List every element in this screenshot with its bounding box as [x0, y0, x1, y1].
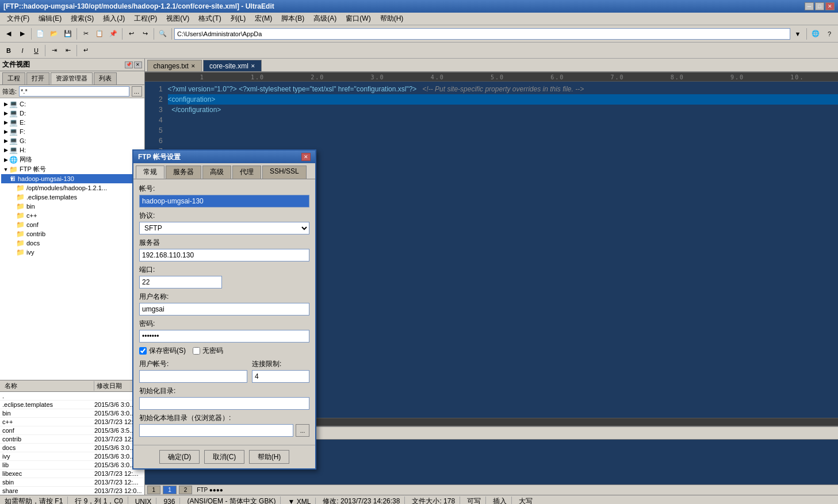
tree-item-g[interactable]: ▶ 💻 G:: [1, 136, 143, 145]
dialog-connection-limit-input[interactable]: [252, 370, 309, 383]
toolbar2-bold[interactable]: B: [2, 44, 15, 57]
tab-explorer[interactable]: 资源管理器: [51, 72, 93, 84]
tree-item-hadoop[interactable]: ▼ 🖥 hadoop-umgsai-130: [1, 174, 143, 183]
dialog-tab-advanced[interactable]: 高级: [202, 166, 231, 179]
menu-window[interactable]: 窗口(W): [341, 13, 375, 25]
dialog-user-account-input[interactable]: [139, 370, 247, 383]
tree-item-h[interactable]: ▶ 💻 H:: [1, 145, 143, 155]
toolbar-addr-go[interactable]: ▼: [791, 28, 804, 40]
dialog-username-input[interactable]: [139, 303, 309, 316]
toolbar2-outdent[interactable]: ⇤: [62, 44, 74, 57]
dialog-tab-server[interactable]: 服务器: [166, 166, 201, 179]
toolbar-redo[interactable]: ↪: [139, 28, 151, 40]
menu-file[interactable]: 文件(F): [2, 13, 34, 25]
dialog-protocol-select[interactable]: SFTP FTP FTPS: [139, 222, 309, 234]
menu-project[interactable]: 工程(P): [129, 13, 162, 25]
maximize-button[interactable]: □: [815, 2, 824, 10]
tab-changes[interactable]: changes.txt ✕: [147, 60, 202, 71]
tree-item-eclipse[interactable]: 📁 .eclipse.templates: [1, 193, 143, 202]
menu-column[interactable]: 列(L): [226, 13, 251, 25]
tree-item-f[interactable]: ▶ 💻 F:: [1, 127, 143, 136]
tree-item-c[interactable]: ▶ 💻 C:: [1, 99, 143, 109]
menu-view[interactable]: 视图(V): [162, 13, 194, 25]
tree-area[interactable]: ▶ 💻 C: ▶ 💻 D: ▶ 💻 E: ▶ 💻 F: ▶ 💻: [0, 98, 144, 380]
dialog-account-input[interactable]: [139, 195, 309, 207]
menu-help[interactable]: 帮助(H): [376, 13, 408, 25]
file-row-sbin[interactable]: sbin 2013/7/23 12:...: [0, 478, 144, 487]
address-bar[interactable]: [174, 28, 790, 40]
dialog-tab-general[interactable]: 常规: [136, 166, 164, 179]
file-row-bin2[interactable]: bin 2015/3/6 3:0...: [0, 409, 144, 418]
dialog-localdir-input[interactable]: [139, 424, 293, 437]
tree-item-network[interactable]: ▶ 🌐 网络: [1, 155, 143, 164]
tree-item-conf[interactable]: 📁 conf: [1, 220, 143, 229]
toolbar-cut[interactable]: ✂: [79, 28, 92, 40]
dialog-anon-checkbox[interactable]: [193, 347, 200, 355]
tab-changes-close[interactable]: ✕: [191, 63, 196, 69]
menu-macro[interactable]: 宏(M): [250, 13, 277, 25]
tab-core-site-close[interactable]: ✕: [251, 63, 255, 69]
dialog-close-btn[interactable]: ✕: [301, 153, 311, 161]
toolbar-help[interactable]: ?: [823, 28, 836, 40]
menu-edit[interactable]: 编辑(E): [34, 13, 66, 25]
dialog-help-btn[interactable]: 帮助(H): [249, 450, 289, 464]
dialog-initdir-input[interactable]: [139, 397, 309, 410]
toolbar-undo[interactable]: ↩: [125, 28, 137, 40]
menu-format[interactable]: 格式(T): [194, 13, 225, 25]
file-row-libexec[interactable]: libexec 2013/7/23 12:...: [0, 470, 144, 478]
tab-list[interactable]: 列表: [94, 72, 117, 84]
toolbar2-italic[interactable]: I: [16, 44, 29, 57]
tree-item-ivy[interactable]: 📁 ivy: [1, 248, 143, 257]
dialog-save-password-item[interactable]: 保存密码(S): [139, 346, 186, 356]
tab-open[interactable]: 打开: [26, 72, 49, 84]
dialog-localdir-browse[interactable]: ...: [296, 424, 309, 437]
tree-item-e[interactable]: ▶ 💻 E:: [1, 118, 143, 127]
tree-item-contrib[interactable]: 📁 contrib: [1, 229, 143, 238]
toolbar2-wrap[interactable]: ↵: [79, 44, 92, 57]
tree-item-path[interactable]: 📁 /opt/modules/hadoop-1.2.1...: [1, 183, 143, 193]
close-window-button[interactable]: ✕: [825, 2, 835, 10]
bottom-tab-2[interactable]: 2: [179, 486, 193, 494]
dialog-tab-ssh[interactable]: SSH/SSL: [262, 166, 307, 179]
menu-script[interactable]: 脚本(B): [277, 13, 309, 25]
file-row-conf2[interactable]: conf 2015/3/6 3:5...: [0, 426, 144, 435]
left-panel-pin[interactable]: 📌: [125, 61, 133, 68]
tree-item-ftp[interactable]: ▼ 📁 FTP 帐号: [1, 164, 143, 174]
toolbar-find[interactable]: 🔍: [156, 28, 169, 40]
toolbar-btn-1[interactable]: ◀: [2, 28, 15, 40]
bottom-tab-1[interactable]: 1: [147, 486, 161, 494]
toolbar-open[interactable]: 📂: [48, 28, 60, 40]
dialog-anon-item[interactable]: 无密码: [193, 346, 223, 356]
file-row-docs2[interactable]: docs 2015/3/6 3:0...: [0, 444, 144, 452]
tree-item-cpp[interactable]: 📁 c++: [1, 211, 143, 220]
file-row-cpp2[interactable]: c++ 2013/7/23 12:...: [0, 418, 144, 426]
filter-input[interactable]: [19, 86, 129, 97]
dialog-password-input[interactable]: [139, 330, 309, 343]
dialog-cancel-btn[interactable]: 取消(C): [204, 450, 244, 464]
file-row-ivy2[interactable]: ivy 2015/3/6 3:0...: [0, 452, 144, 461]
dialog-save-password-checkbox[interactable]: [139, 347, 147, 355]
tree-item-docs[interactable]: 📁 docs: [1, 238, 143, 248]
toolbar-save[interactable]: 💾: [62, 28, 74, 40]
file-row-lib[interactable]: lib 2015/3/6 3:0...: [0, 461, 144, 470]
toolbar2-indent[interactable]: ⇥: [48, 44, 60, 57]
file-row-eclipse[interactable]: .eclipse.templates 2015/3/6 3:0...: [0, 401, 144, 409]
menu-insert[interactable]: 插入(J): [98, 13, 129, 25]
menu-advanced[interactable]: 高级(A): [309, 13, 341, 25]
toolbar-btn-2[interactable]: ▶: [16, 28, 29, 40]
file-row-dot[interactable]: .: [0, 392, 144, 401]
tab-core-site[interactable]: core-site.xml ✕: [203, 60, 262, 71]
file-row-contrib2[interactable]: contrib 2013/7/23 12:...: [0, 435, 144, 444]
tab-project[interactable]: 工程: [2, 72, 25, 84]
menu-search[interactable]: 搜索(S): [66, 13, 98, 25]
file-row-share[interactable]: share 2013/7/23 12:0...: [0, 487, 144, 495]
tree-item-d[interactable]: ▶ 💻 D:: [1, 109, 143, 118]
dialog-tab-proxy[interactable]: 代理: [232, 166, 261, 179]
dialog-ok-btn[interactable]: 确定(D): [159, 450, 200, 464]
tree-item-bin[interactable]: 📁 bin: [1, 202, 143, 211]
toolbar2-underline[interactable]: U: [30, 44, 43, 57]
left-panel-close[interactable]: ✕: [134, 61, 142, 68]
toolbar-ftp[interactable]: 🌐: [809, 28, 822, 40]
toolbar-new[interactable]: 📄: [34, 28, 47, 40]
toolbar-paste[interactable]: 📌: [107, 28, 120, 40]
